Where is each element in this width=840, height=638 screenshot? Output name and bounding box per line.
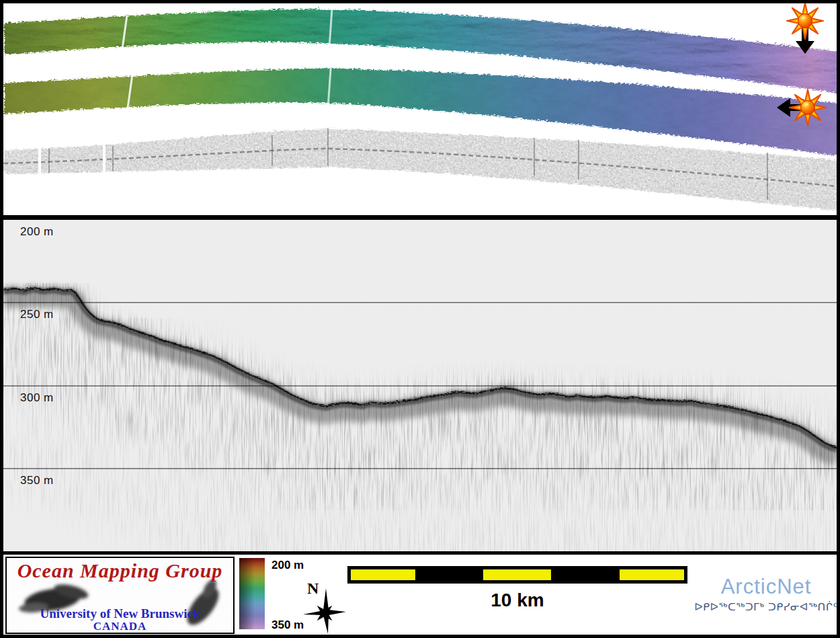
scale-bar-segment — [483, 569, 551, 580]
colorbar-top-label: 200 m — [271, 559, 304, 572]
sun-core — [801, 101, 815, 115]
omg-university: University of New Brunswick — [7, 606, 233, 621]
sun-highlight — [802, 16, 806, 19]
echogram: 200 m 250 m 300 m 350 m — [3, 220, 837, 551]
echogram-graphics — [3, 220, 837, 551]
sidescan-gap — [103, 144, 106, 174]
north-arrow: N — [299, 573, 347, 634]
north-arrow-graphic: N — [299, 573, 347, 634]
survey-figure: 200 m 250 m 300 m 350 m — [0, 0, 840, 638]
depth-label-250m: 250 m — [20, 308, 54, 321]
depth-label-200m: 200 m — [20, 225, 54, 239]
swath-graphics — [3, 3, 837, 215]
scale-bar — [347, 566, 687, 584]
sidescan-strip — [3, 128, 837, 210]
scale-bar-segment — [620, 569, 684, 580]
scale-bar-label: 10 km — [347, 590, 687, 611]
scale-bar-segment — [351, 569, 415, 580]
sidescan-gap — [38, 147, 41, 175]
omg-title: Ocean Mapping Group — [7, 559, 233, 582]
arcticnet-inuktitut: ᐅᑭᐅᖅᑕᖅᑐᒥᒃ ᑐᑭᓯᓂᐊᖅᑎᒌᑦ — [692, 600, 840, 613]
legend-panel: Ocean Mapping Group University of New Br… — [3, 555, 837, 635]
arcticnet-logo: ArcticNet ᐅᑭᐅᖅᑕᖅᑐᒥᒃ ᑐᑭᓯᓂᐊᖅᑎᒌᑦ — [692, 575, 840, 613]
subbottom-profile-panel: 200 m 250 m 300 m 350 m — [3, 215, 837, 555]
omg-country: CANADA — [7, 620, 233, 633]
sun-core — [798, 14, 812, 28]
arcticnet-name: ArcticNet — [692, 575, 840, 599]
omg-logo: Ocean Mapping Group University of New Br… — [5, 557, 235, 634]
north-label: N — [307, 580, 319, 597]
depth-colorbar — [239, 558, 265, 629]
depth-label-350m: 350 m — [20, 474, 54, 487]
sun-highlight — [804, 103, 808, 106]
swath-panel — [3, 3, 837, 215]
depth-label-300m: 300 m — [20, 391, 54, 405]
